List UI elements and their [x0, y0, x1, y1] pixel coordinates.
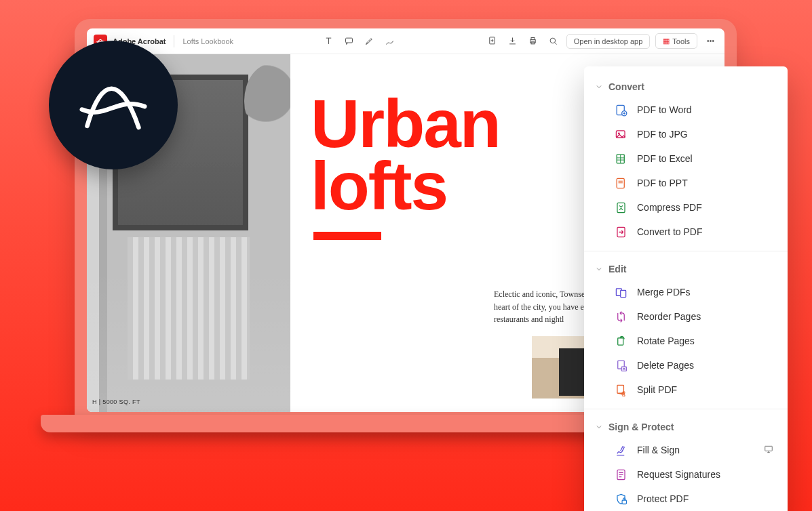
section-header-sign[interactable]: Sign & Protect — [584, 416, 788, 438]
protect-icon — [614, 492, 627, 506]
svg-point-6 — [707, 41, 708, 42]
acrobat-badge — [49, 41, 178, 169]
svg-point-5 — [550, 38, 556, 43]
tool-split-pdf[interactable]: Split PDF — [584, 377, 788, 402]
reorder-icon — [614, 310, 627, 323]
tool-protect-pdf[interactable]: Protect PDF — [584, 487, 788, 511]
more-icon[interactable] — [703, 34, 718, 49]
download-icon[interactable] — [505, 34, 520, 49]
word-icon — [614, 103, 627, 117]
merge-icon — [614, 285, 627, 299]
print-icon[interactable] — [526, 34, 541, 49]
tool-delete-pages[interactable]: Delete Pages — [584, 353, 788, 377]
tool-rotate-pages[interactable]: Rotate Pages — [584, 329, 788, 353]
tool-pdf-to-ppt[interactable]: PDF to PPT — [584, 171, 788, 195]
convert-icon — [614, 225, 627, 239]
tool-pdf-to-excel[interactable]: PDF to Excel — [584, 146, 788, 171]
accent-bar — [313, 232, 381, 240]
split-icon — [614, 383, 627, 396]
tools-flyout: Convert PDF to Word PDF to JPG PDF to Ex… — [584, 66, 788, 511]
section-header-edit[interactable]: Edit — [584, 258, 788, 280]
external-monitor-icon — [763, 445, 774, 456]
svg-rect-20 — [617, 338, 623, 344]
jpg-icon — [614, 127, 627, 141]
draw-tool-icon[interactable] — [382, 34, 397, 49]
svg-rect-15 — [618, 180, 622, 183]
chevron-down-icon — [595, 423, 603, 431]
add-page-icon[interactable] — [485, 34, 500, 49]
tools-button[interactable]: ▦ Tools — [655, 33, 697, 49]
request-icon — [614, 468, 627, 481]
text-tool-icon[interactable] — [321, 34, 336, 49]
svg-point-8 — [712, 41, 714, 42]
tool-fill-sign[interactable]: Fill & Sign — [584, 438, 788, 462]
tool-request-signatures[interactable]: Request Signatures — [584, 462, 788, 487]
tool-pdf-to-word[interactable]: PDF to Word — [584, 98, 788, 122]
open-desktop-button[interactable]: Open in desktop app — [566, 34, 651, 49]
item-label: Delete Pages — [637, 360, 694, 371]
divider — [584, 409, 788, 409]
ppt-icon — [614, 176, 627, 190]
section-label: Sign & Protect — [608, 422, 674, 432]
item-label: PDF to PPT — [637, 178, 688, 188]
divider — [584, 251, 788, 251]
item-label: Request Signatures — [637, 469, 720, 480]
comment-tool-icon[interactable] — [341, 34, 356, 49]
section-label: Convert — [608, 81, 644, 92]
item-label: Protect PDF — [637, 493, 689, 504]
tools-grid-icon: ▦ — [663, 37, 670, 45]
tool-merge-pdfs[interactable]: Merge PDFs — [584, 280, 788, 304]
section-label: Edit — [608, 264, 626, 274]
svg-rect-28 — [622, 500, 626, 504]
item-label: PDF to JPG — [637, 129, 688, 140]
tool-compress-pdf[interactable]: Compress PDF — [584, 195, 788, 220]
item-label: Rotate Pages — [637, 335, 695, 346]
highlight-tool-icon[interactable] — [362, 34, 376, 49]
tool-convert-to-pdf[interactable]: Convert to PDF — [584, 220, 788, 244]
divider — [174, 35, 174, 47]
section-header-convert[interactable]: Convert — [584, 76, 788, 98]
image-caption: H | 5000 SQ. FT — [92, 398, 140, 405]
item-label: PDF to Word — [637, 104, 692, 115]
search-icon[interactable] — [546, 34, 561, 49]
svg-point-7 — [710, 41, 711, 42]
chevron-down-icon — [595, 265, 603, 273]
item-label: Reorder Pages — [637, 311, 701, 322]
item-label: PDF to Excel — [637, 153, 693, 164]
sign-icon — [614, 443, 627, 457]
document-title: Lofts Lookbook — [182, 37, 233, 45]
item-label: Convert to PDF — [637, 226, 702, 237]
svg-rect-19 — [620, 290, 625, 297]
excel-icon — [614, 152, 627, 165]
rotate-icon — [614, 334, 627, 348]
item-label: Compress PDF — [637, 202, 702, 213]
tool-reorder-pages[interactable]: Reorder Pages — [584, 304, 788, 329]
item-label: Fill & Sign — [637, 445, 680, 455]
delete-icon — [614, 359, 627, 372]
top-toolbar: Adobe Acrobat Lofts Lookbook Open in des… — [87, 28, 724, 54]
svg-rect-0 — [345, 38, 352, 43]
compress-icon — [614, 201, 627, 214]
chevron-down-icon — [595, 83, 603, 91]
tools-button-label: Tools — [672, 37, 690, 45]
item-label: Split PDF — [637, 384, 677, 395]
item-label: Merge PDFs — [637, 287, 691, 298]
svg-rect-3 — [531, 38, 535, 40]
tool-pdf-to-jpg[interactable]: PDF to JPG — [584, 122, 788, 146]
svg-rect-26 — [765, 446, 773, 451]
